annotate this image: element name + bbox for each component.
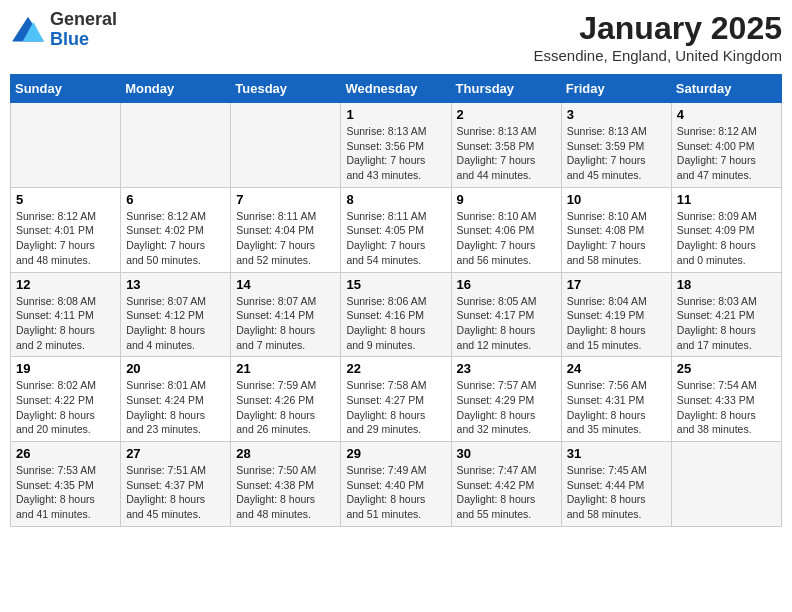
calendar-cell: 22Sunrise: 7:58 AMSunset: 4:27 PMDayligh…	[341, 357, 451, 442]
calendar-week-row: 1Sunrise: 8:13 AMSunset: 3:56 PMDaylight…	[11, 103, 782, 188]
cell-day-number: 10	[567, 192, 666, 207]
cell-info-text: Sunrise: 7:50 AMSunset: 4:38 PMDaylight:…	[236, 463, 335, 522]
calendar-cell: 19Sunrise: 8:02 AMSunset: 4:22 PMDayligh…	[11, 357, 121, 442]
calendar-week-row: 19Sunrise: 8:02 AMSunset: 4:22 PMDayligh…	[11, 357, 782, 442]
cell-info-text: Sunrise: 7:58 AMSunset: 4:27 PMDaylight:…	[346, 378, 445, 437]
calendar-cell: 13Sunrise: 8:07 AMSunset: 4:12 PMDayligh…	[121, 272, 231, 357]
calendar-cell: 4Sunrise: 8:12 AMSunset: 4:00 PMDaylight…	[671, 103, 781, 188]
calendar-cell	[231, 103, 341, 188]
cell-day-number: 16	[457, 277, 556, 292]
cell-day-number: 22	[346, 361, 445, 376]
cell-day-number: 4	[677, 107, 776, 122]
cell-info-text: Sunrise: 8:10 AMSunset: 4:08 PMDaylight:…	[567, 209, 666, 268]
calendar-cell: 18Sunrise: 8:03 AMSunset: 4:21 PMDayligh…	[671, 272, 781, 357]
cell-info-text: Sunrise: 8:07 AMSunset: 4:14 PMDaylight:…	[236, 294, 335, 353]
cell-day-number: 20	[126, 361, 225, 376]
logo-general-text: General	[50, 10, 117, 30]
calendar-cell: 1Sunrise: 8:13 AMSunset: 3:56 PMDaylight…	[341, 103, 451, 188]
calendar-cell: 21Sunrise: 7:59 AMSunset: 4:26 PMDayligh…	[231, 357, 341, 442]
cell-day-number: 8	[346, 192, 445, 207]
cell-info-text: Sunrise: 8:05 AMSunset: 4:17 PMDaylight:…	[457, 294, 556, 353]
weekday-header-thursday: Thursday	[451, 75, 561, 103]
cell-day-number: 25	[677, 361, 776, 376]
cell-day-number: 3	[567, 107, 666, 122]
weekday-header-monday: Monday	[121, 75, 231, 103]
weekday-header-friday: Friday	[561, 75, 671, 103]
calendar-cell: 3Sunrise: 8:13 AMSunset: 3:59 PMDaylight…	[561, 103, 671, 188]
calendar-cell: 7Sunrise: 8:11 AMSunset: 4:04 PMDaylight…	[231, 187, 341, 272]
calendar-cell: 27Sunrise: 7:51 AMSunset: 4:37 PMDayligh…	[121, 442, 231, 527]
cell-day-number: 15	[346, 277, 445, 292]
cell-day-number: 18	[677, 277, 776, 292]
cell-info-text: Sunrise: 8:12 AMSunset: 4:00 PMDaylight:…	[677, 124, 776, 183]
calendar-week-row: 26Sunrise: 7:53 AMSunset: 4:35 PMDayligh…	[11, 442, 782, 527]
cell-info-text: Sunrise: 8:10 AMSunset: 4:06 PMDaylight:…	[457, 209, 556, 268]
calendar-cell: 5Sunrise: 8:12 AMSunset: 4:01 PMDaylight…	[11, 187, 121, 272]
cell-day-number: 21	[236, 361, 335, 376]
cell-day-number: 29	[346, 446, 445, 461]
cell-day-number: 23	[457, 361, 556, 376]
cell-info-text: Sunrise: 7:53 AMSunset: 4:35 PMDaylight:…	[16, 463, 115, 522]
calendar-cell: 11Sunrise: 8:09 AMSunset: 4:09 PMDayligh…	[671, 187, 781, 272]
calendar-cell: 31Sunrise: 7:45 AMSunset: 4:44 PMDayligh…	[561, 442, 671, 527]
cell-info-text: Sunrise: 8:08 AMSunset: 4:11 PMDaylight:…	[16, 294, 115, 353]
cell-info-text: Sunrise: 8:02 AMSunset: 4:22 PMDaylight:…	[16, 378, 115, 437]
cell-day-number: 6	[126, 192, 225, 207]
cell-info-text: Sunrise: 8:12 AMSunset: 4:02 PMDaylight:…	[126, 209, 225, 268]
cell-info-text: Sunrise: 7:59 AMSunset: 4:26 PMDaylight:…	[236, 378, 335, 437]
cell-info-text: Sunrise: 8:13 AMSunset: 3:59 PMDaylight:…	[567, 124, 666, 183]
calendar-cell	[671, 442, 781, 527]
cell-info-text: Sunrise: 8:06 AMSunset: 4:16 PMDaylight:…	[346, 294, 445, 353]
logo: General Blue	[10, 10, 117, 50]
cell-day-number: 2	[457, 107, 556, 122]
cell-info-text: Sunrise: 8:09 AMSunset: 4:09 PMDaylight:…	[677, 209, 776, 268]
calendar-cell: 2Sunrise: 8:13 AMSunset: 3:58 PMDaylight…	[451, 103, 561, 188]
calendar-cell: 30Sunrise: 7:47 AMSunset: 4:42 PMDayligh…	[451, 442, 561, 527]
cell-info-text: Sunrise: 7:45 AMSunset: 4:44 PMDaylight:…	[567, 463, 666, 522]
calendar-cell: 23Sunrise: 7:57 AMSunset: 4:29 PMDayligh…	[451, 357, 561, 442]
cell-info-text: Sunrise: 7:56 AMSunset: 4:31 PMDaylight:…	[567, 378, 666, 437]
calendar-cell: 15Sunrise: 8:06 AMSunset: 4:16 PMDayligh…	[341, 272, 451, 357]
cell-day-number: 7	[236, 192, 335, 207]
calendar-cell: 10Sunrise: 8:10 AMSunset: 4:08 PMDayligh…	[561, 187, 671, 272]
page-header: General Blue January 2025 Essendine, Eng…	[10, 10, 782, 64]
cell-day-number: 19	[16, 361, 115, 376]
calendar-cell: 29Sunrise: 7:49 AMSunset: 4:40 PMDayligh…	[341, 442, 451, 527]
weekday-header-saturday: Saturday	[671, 75, 781, 103]
weekday-header-wednesday: Wednesday	[341, 75, 451, 103]
title-block: January 2025 Essendine, England, United …	[534, 10, 783, 64]
cell-info-text: Sunrise: 7:57 AMSunset: 4:29 PMDaylight:…	[457, 378, 556, 437]
cell-info-text: Sunrise: 7:49 AMSunset: 4:40 PMDaylight:…	[346, 463, 445, 522]
calendar-cell: 26Sunrise: 7:53 AMSunset: 4:35 PMDayligh…	[11, 442, 121, 527]
calendar-header-row: SundayMondayTuesdayWednesdayThursdayFrid…	[11, 75, 782, 103]
calendar-table: SundayMondayTuesdayWednesdayThursdayFrid…	[10, 74, 782, 527]
cell-day-number: 1	[346, 107, 445, 122]
cell-day-number: 28	[236, 446, 335, 461]
cell-day-number: 12	[16, 277, 115, 292]
calendar-cell: 28Sunrise: 7:50 AMSunset: 4:38 PMDayligh…	[231, 442, 341, 527]
logo-text: General Blue	[50, 10, 117, 50]
cell-day-number: 27	[126, 446, 225, 461]
cell-day-number: 30	[457, 446, 556, 461]
cell-info-text: Sunrise: 7:47 AMSunset: 4:42 PMDaylight:…	[457, 463, 556, 522]
cell-day-number: 31	[567, 446, 666, 461]
cell-day-number: 17	[567, 277, 666, 292]
cell-day-number: 13	[126, 277, 225, 292]
weekday-header-tuesday: Tuesday	[231, 75, 341, 103]
cell-day-number: 5	[16, 192, 115, 207]
calendar-cell: 8Sunrise: 8:11 AMSunset: 4:05 PMDaylight…	[341, 187, 451, 272]
cell-info-text: Sunrise: 7:51 AMSunset: 4:37 PMDaylight:…	[126, 463, 225, 522]
calendar-cell: 6Sunrise: 8:12 AMSunset: 4:02 PMDaylight…	[121, 187, 231, 272]
cell-info-text: Sunrise: 7:54 AMSunset: 4:33 PMDaylight:…	[677, 378, 776, 437]
location-subtitle: Essendine, England, United Kingdom	[534, 47, 783, 64]
calendar-cell: 16Sunrise: 8:05 AMSunset: 4:17 PMDayligh…	[451, 272, 561, 357]
calendar-cell: 9Sunrise: 8:10 AMSunset: 4:06 PMDaylight…	[451, 187, 561, 272]
calendar-cell: 20Sunrise: 8:01 AMSunset: 4:24 PMDayligh…	[121, 357, 231, 442]
cell-day-number: 9	[457, 192, 556, 207]
calendar-cell: 17Sunrise: 8:04 AMSunset: 4:19 PMDayligh…	[561, 272, 671, 357]
cell-info-text: Sunrise: 8:13 AMSunset: 3:56 PMDaylight:…	[346, 124, 445, 183]
cell-info-text: Sunrise: 8:01 AMSunset: 4:24 PMDaylight:…	[126, 378, 225, 437]
calendar-week-row: 5Sunrise: 8:12 AMSunset: 4:01 PMDaylight…	[11, 187, 782, 272]
calendar-cell: 25Sunrise: 7:54 AMSunset: 4:33 PMDayligh…	[671, 357, 781, 442]
logo-blue-text: Blue	[50, 30, 117, 50]
